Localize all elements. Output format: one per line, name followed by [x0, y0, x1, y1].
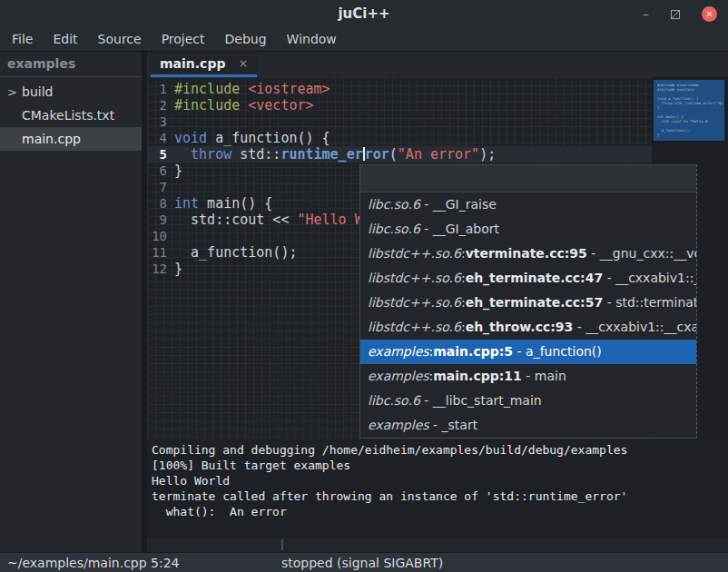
stack-frame-function: - __cxxabiv1::__tern: [603, 271, 696, 285]
tab-label: main.cpp: [160, 56, 225, 71]
chevron-right-icon[interactable]: >: [7, 85, 22, 99]
code-line-3[interactable]: 3: [147, 113, 652, 130]
stack-frame-row[interactable]: examples:main.cpp:11 - main: [360, 364, 696, 389]
stack-frame-module: libc.so.6: [368, 393, 420, 408]
terminal-output[interactable]: Compiling and debugging /home/eidheim/ex…: [147, 439, 728, 537]
pane-divider-horizontal[interactable]: [147, 537, 728, 552]
file-tree: >buildCMakeLists.txtmain.cpp: [0, 77, 142, 151]
stack-frame-function: - __GI_raise: [420, 197, 497, 212]
restore-button[interactable]: [671, 5, 680, 23]
stack-frame-function: - _start: [429, 418, 478, 432]
code-token: [174, 146, 191, 163]
code-token: runtime_er: [280, 146, 362, 163]
stack-frame-row[interactable]: libc.so.6 - __GI_abort: [360, 217, 696, 242]
code-line-5[interactable]: 5 throw std::runtime_error("An error");: [147, 146, 652, 163]
stack-popup-header: [360, 165, 696, 192]
terminal-line: what(): An error: [152, 504, 723, 519]
menu-item-window[interactable]: Window: [277, 27, 347, 51]
stack-frame-location: eh_terminate.cc:47: [466, 271, 604, 285]
code-text: int main() {: [174, 195, 272, 212]
tree-item-label: CMakeLists.txt: [22, 108, 114, 123]
menu-item-project[interactable]: Project: [152, 27, 215, 51]
stack-frame-row[interactable]: libc.so.6 - __libc_start_main: [360, 389, 696, 413]
code-token: void: [174, 130, 207, 146]
editor-pane: main.cpp × 1#include <iostream>2#include…: [147, 52, 728, 552]
stack-frame-module: examples: [368, 418, 429, 432]
line-number: 3: [147, 113, 174, 130]
menu-item-debug[interactable]: Debug: [215, 27, 277, 51]
stack-trace-popup: libc.so.6 - __GI_raiselibc.so.6 - __GI_a…: [359, 164, 697, 439]
stack-frame-row[interactable]: examples - _start: [360, 413, 696, 438]
code-token: [240, 81, 248, 97]
minimap-line: throw std::runtime_error("An error");: [657, 101, 721, 105]
stack-frame-row[interactable]: libstdc++.so.6:eh_throw.cc:93 - __cxxabi…: [360, 315, 696, 340]
stack-frame-module: libc.so.6: [368, 222, 420, 236]
line-number: 4: [147, 130, 174, 146]
stack-frame-location: eh_throw.cc:93: [466, 320, 574, 334]
code-token: std::cout <<: [174, 212, 297, 228]
tab-main-cpp[interactable]: main.cpp ×: [151, 52, 257, 77]
line-number: 9: [147, 212, 174, 228]
code-token: #include: [174, 97, 240, 113]
tree-item-cmakelists-txt[interactable]: CMakeLists.txt: [0, 104, 142, 127]
code-text: }: [174, 261, 182, 277]
code-editor[interactable]: 1#include <iostream>2#include <vector>34…: [147, 77, 728, 439]
code-token: main() {: [199, 195, 272, 212]
stack-frame-row[interactable]: libstdc++.so.6:eh_terminate.cc:57 - std:…: [360, 291, 696, 315]
minimap-code-preview: #include <iostream>#include <vector> voi…: [657, 83, 721, 137]
code-text: }: [174, 163, 182, 179]
code-token: <iostream>: [248, 81, 330, 97]
line-number: 7: [147, 179, 174, 195]
stack-frame-row[interactable]: libstdc++.so.6:vterminate.cc:95 - __gnu_…: [360, 242, 696, 266]
divider-handle: [281, 539, 283, 550]
minimap-slider[interactable]: #include <iostream>#include <vector> voi…: [654, 80, 724, 141]
tree-item-main-cpp[interactable]: main.cpp: [0, 127, 142, 151]
tree-item-build[interactable]: >build: [0, 80, 142, 104]
code-text: throw std::runtime_error("An error");: [174, 146, 496, 163]
line-number: 11: [147, 244, 174, 261]
stack-frame-row[interactable]: examples:main.cpp:5 - a_function(): [360, 340, 696, 364]
project-name-header: examples: [0, 52, 142, 77]
code-line-4[interactable]: 4void a_function() {: [147, 130, 652, 146]
line-number: 1: [147, 81, 174, 97]
stack-frame-module: libstdc++.so.6: [368, 320, 461, 334]
stack-frame-function: - __cxxabiv1::__cxa_thro: [573, 320, 696, 334]
code-token: #include: [174, 81, 240, 97]
code-token: );: [479, 146, 496, 163]
menu-item-edit[interactable]: Edit: [43, 27, 87, 51]
titlebar[interactable]: juCi++ – ✕: [0, 0, 728, 27]
code-token: std::: [231, 146, 280, 163]
code-line-2[interactable]: 2#include <vector>: [147, 97, 652, 113]
minimize-button[interactable]: –: [643, 9, 649, 18]
code-token: a_function();: [174, 244, 297, 261]
code-token: "An error": [398, 146, 479, 163]
code-token: a_function() {: [207, 130, 330, 146]
code-text: std::cout << "Hello W: [174, 212, 363, 228]
stack-frame-row[interactable]: libstdc++.so.6:eh_terminate.cc:47 - __cx…: [360, 266, 696, 291]
stack-frame-location: main.cpp:11: [433, 369, 522, 383]
code-text: a_function();: [174, 244, 297, 261]
menu-item-source[interactable]: Source: [88, 27, 152, 51]
line-number: 12: [147, 261, 174, 277]
close-button[interactable]: ✕: [702, 6, 717, 22]
code-text: #include <vector>: [174, 97, 314, 113]
code-token: throw: [191, 146, 231, 163]
terminal-line: Compiling and debugging /home/eidheim/ex…: [152, 442, 723, 458]
status-file-location: ~/examples/main.cpp 5:24: [0, 556, 180, 570]
stack-frame-function: - a_function(): [513, 344, 602, 359]
terminal-line: [100%] Built target examples: [152, 458, 723, 473]
code-token: <vector>: [248, 97, 313, 113]
juci-window: juCi++ – ✕ FileEditSourceProjectDebugWin…: [0, 0, 728, 572]
line-number: 5: [147, 146, 174, 163]
file-tree-sidebar: examples >buildCMakeLists.txtmain.cpp: [0, 52, 142, 552]
statusbar: ~/examples/main.cpp 5:24 stopped (signal…: [0, 552, 728, 572]
tree-item-label: build: [22, 84, 53, 99]
terminal-line: Hello World: [152, 473, 723, 488]
tab-close-icon[interactable]: ×: [238, 56, 248, 70]
content-area: examples >buildCMakeLists.txtmain.cpp ma…: [0, 52, 728, 552]
stack-frame-row[interactable]: libc.so.6 - __GI_raise: [360, 192, 696, 217]
code-line-1[interactable]: 1#include <iostream>: [147, 81, 652, 97]
line-number: 2: [147, 97, 174, 113]
menu-item-file[interactable]: File: [2, 27, 43, 51]
tree-item-label: main.cpp: [22, 132, 81, 146]
